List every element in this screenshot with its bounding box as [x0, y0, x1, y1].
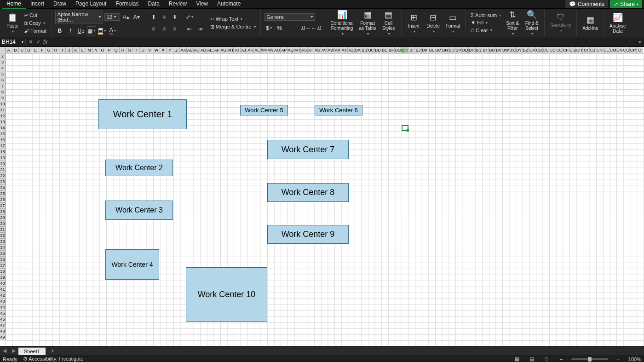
column-header[interactable]: BK [422, 47, 429, 53]
column-header[interactable]: BF [388, 47, 395, 53]
menu-tab-page-layout[interactable]: Page Layout [71, 0, 111, 9]
shape-work-center[interactable]: Work Center 10 [186, 267, 267, 322]
row-header[interactable]: 17 [0, 143, 6, 149]
clear-button[interactable]: ◇Clear [470, 27, 502, 34]
column-header[interactable]: BJ [415, 47, 422, 53]
row-header[interactable]: 24 [0, 185, 6, 191]
column-header[interactable]: C [637, 47, 644, 53]
column-header[interactable]: L [80, 47, 86, 53]
row-header[interactable]: 23 [0, 179, 6, 185]
row-header[interactable]: 28 [0, 209, 6, 215]
column-header[interactable]: S [126, 47, 133, 53]
row-header[interactable]: 29 [0, 215, 6, 221]
row-header[interactable]: 32 [0, 233, 6, 239]
row-header[interactable]: 18 [0, 149, 6, 155]
column-header[interactable]: AR [294, 47, 301, 53]
italic-button[interactable]: I [66, 26, 75, 35]
decrease-decimal-button[interactable]: ←.0 [312, 23, 321, 33]
column-header[interactable]: BD [375, 47, 382, 53]
row-header[interactable]: 37 [0, 263, 6, 269]
row-header[interactable]: 16 [0, 137, 6, 143]
column-header[interactable]: Q [113, 47, 120, 53]
row-header[interactable]: 25 [0, 191, 6, 197]
align-bottom-button[interactable]: ⬇ [170, 12, 179, 22]
conditional-formatting-button[interactable]: 📊Conditional Formatting [329, 9, 356, 37]
column-header[interactable]: AK [247, 47, 254, 53]
zoom-out-button[interactable]: − [557, 356, 566, 362]
row-header[interactable]: 11 [0, 107, 6, 113]
column-header[interactable]: AP [281, 47, 288, 53]
fill-button[interactable]: ▼Fill [470, 19, 502, 26]
column-header[interactable]: AD [200, 47, 207, 53]
row-header[interactable]: 2 [0, 53, 6, 59]
cut-button[interactable]: ✂Cut [23, 12, 47, 19]
view-page-break-button[interactable]: ▯ [542, 356, 551, 362]
row-header[interactable]: 3 [0, 59, 6, 65]
row-header[interactable]: 48 [0, 328, 6, 334]
fill-color-button[interactable]: ⬒ [98, 26, 107, 35]
column-header[interactable]: CB [536, 47, 543, 53]
share-button[interactable]: ↗ Share ▾ [610, 0, 642, 8]
format-as-table-button[interactable]: ▦Format as Table [357, 9, 378, 37]
column-header[interactable]: CO [623, 47, 630, 53]
zoom-slider[interactable] [571, 358, 608, 360]
formula-bar-expand[interactable]: ▾ [636, 39, 644, 45]
column-header[interactable]: CD [549, 47, 556, 53]
add-sheet-button[interactable]: ＋ [46, 347, 60, 354]
row-header[interactable]: 7 [0, 83, 6, 89]
menu-tab-formulas[interactable]: Formulas [111, 0, 143, 9]
column-header[interactable]: BX [509, 47, 516, 53]
column-header[interactable]: I [59, 47, 66, 53]
autosum-button[interactable]: ΣAuto-sum [470, 12, 502, 18]
row-header[interactable]: 4 [0, 65, 6, 71]
row-header[interactable]: 9 [0, 95, 6, 101]
column-header[interactable]: BY [516, 47, 523, 53]
increase-font-button[interactable]: A▴ [121, 12, 131, 22]
column-header[interactable]: CG [569, 47, 576, 53]
column-header[interactable]: AY [341, 47, 348, 53]
delete-cells-button[interactable]: ⊟Delete [425, 11, 442, 34]
shape-work-center[interactable]: Work Center 5 [240, 105, 288, 115]
column-header[interactable]: AS [301, 47, 308, 53]
column-header[interactable]: BA [355, 47, 362, 53]
column-header[interactable]: BZ [523, 47, 529, 53]
column-header[interactable]: CE [556, 47, 563, 53]
row-header[interactable]: 40 [0, 281, 6, 287]
shape-work-center[interactable]: Work Center 2 [105, 160, 173, 176]
row-header[interactable]: 13 [0, 119, 6, 125]
merge-center-button[interactable]: ⊞Merge & Centre [209, 23, 257, 30]
row-header[interactable]: 5 [0, 71, 6, 77]
column-header[interactable]: AB [187, 47, 194, 53]
column-header[interactable]: CI [583, 47, 590, 53]
row-header[interactable]: 22 [0, 173, 6, 179]
column-header[interactable]: G [46, 47, 53, 53]
align-middle-button[interactable]: ≡ [160, 12, 169, 22]
currency-button[interactable]: $ [264, 23, 274, 33]
menu-tab-review[interactable]: Review [164, 0, 191, 9]
column-header[interactable]: K [73, 47, 80, 53]
row-header[interactable]: 21 [0, 167, 6, 173]
column-header[interactable]: CK [596, 47, 603, 53]
number-format-dropdown[interactable]: General▾ [264, 13, 315, 21]
column-header[interactable]: CC [543, 47, 550, 53]
column-header[interactable]: BM [435, 47, 442, 53]
column-header[interactable]: AO [274, 47, 281, 53]
column-header[interactable]: CP [630, 47, 637, 53]
row-header[interactable]: 14 [0, 125, 6, 131]
column-header[interactable]: AU [314, 47, 321, 53]
column-header[interactable]: CJ [590, 47, 597, 53]
row-header[interactable]: 10 [0, 101, 6, 107]
sort-filter-button[interactable]: ⇅Sort & Filter [504, 9, 521, 37]
cell-styles-button[interactable]: ▤Cell Styles [380, 9, 397, 37]
row-header[interactable]: 46 [0, 316, 6, 322]
row-header[interactable]: 41 [0, 287, 6, 293]
row-header[interactable]: 12 [0, 113, 6, 119]
column-header[interactable]: T [133, 47, 140, 53]
row-header[interactable]: 49 [0, 334, 6, 340]
menu-tab-automate[interactable]: Automate [213, 0, 245, 9]
column-header[interactable]: AJ [241, 47, 247, 53]
orientation-button[interactable]: ⤢ [185, 12, 194, 22]
row-header[interactable]: 44 [0, 305, 6, 310]
column-header[interactable]: BG [395, 47, 402, 53]
column-header[interactable]: Y [167, 47, 173, 53]
